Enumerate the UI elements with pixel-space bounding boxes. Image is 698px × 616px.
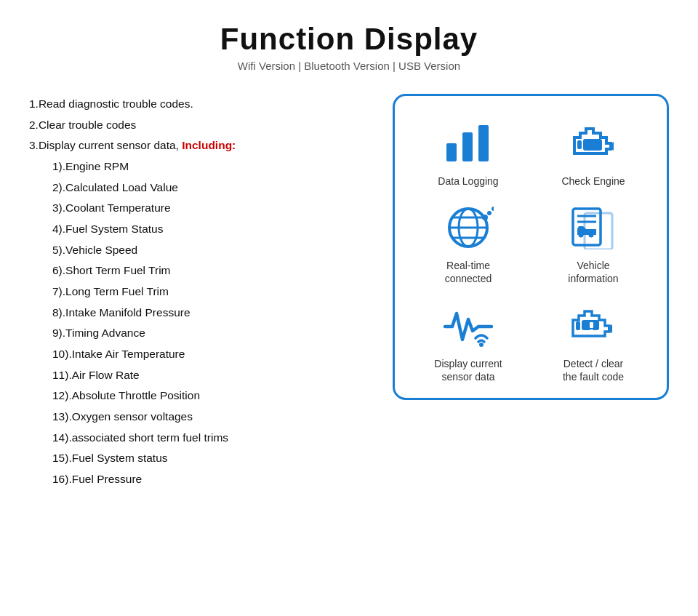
subitem-16: 16).Fuel Pressure (29, 469, 371, 490)
feature-list: 1.Read diagnostic trouble codes. 2.Clear… (29, 94, 371, 490)
subitem-7: 7).Long Term Fuel Trim (29, 281, 371, 303)
svg-point-17 (589, 233, 594, 238)
subitem-4: 4).Fuel System Status (29, 219, 371, 240)
vehicle-info-label: Vehicleinformation (568, 259, 618, 285)
subitem-13: 13).Oxygen sensor voltages (29, 407, 371, 428)
check-engine-icon (564, 118, 622, 169)
svg-rect-23 (590, 329, 593, 332)
subitem-14: 14).associated short term fuel trims (29, 428, 371, 449)
icon-grid: Data Logging Check Engine (393, 94, 669, 400)
page-title: Function Display (220, 22, 478, 57)
vehicle-info-icon (564, 202, 622, 253)
sensor-icon (439, 300, 497, 351)
page-header: Function Display Wifi Version | Bluetoot… (220, 22, 478, 72)
fault-code-label: Detect / clearthe fault code (563, 357, 624, 383)
realtime-icon (439, 202, 497, 253)
subitem-10: 10).Intake Air Temperature (29, 344, 371, 365)
svg-point-16 (579, 233, 584, 238)
realtime-label: Real-timeconnected (445, 259, 492, 285)
svg-rect-2 (478, 125, 489, 161)
check-engine-label: Check Engine (561, 175, 625, 188)
list-item-1: 1.Read diagnostic trouble codes. (29, 94, 371, 115)
svg-rect-3 (583, 139, 602, 151)
svg-point-19 (479, 343, 484, 347)
sensor-label: Display currentsensor data (434, 357, 502, 383)
card-realtime: Real-timeconnected (409, 202, 527, 285)
svg-rect-0 (446, 143, 457, 161)
card-data-logging: Data Logging (409, 118, 527, 188)
subitem-8: 8).Intake Manifold Pressure (29, 303, 371, 324)
subitem-5: 5).Vehicle Speed (29, 240, 371, 261)
subitem-1: 1).Engine RPM (29, 156, 371, 177)
fault-code-icon (564, 300, 622, 351)
list-item-3: 3.Display current sensor data, Including… (29, 135, 371, 156)
card-vehicle-info: Vehicleinformation (534, 202, 652, 285)
subitem-2: 2).Calculated Load Value (29, 177, 371, 199)
subitem-11: 11).Air Flow Rate (29, 365, 371, 386)
card-check-engine: Check Engine (534, 118, 652, 188)
card-sensor: Display currentsensor data (409, 300, 527, 383)
list-item-2: 2.Clear trouble codes (29, 115, 371, 136)
svg-rect-4 (577, 140, 582, 149)
subitem-3: 3).Coolant Temperature (29, 198, 371, 219)
data-logging-label: Data Logging (438, 175, 498, 188)
subitem-12: 12).Absolute Throttle Position (29, 385, 371, 407)
main-content: 1.Read diagnostic trouble codes. 2.Clear… (29, 94, 669, 490)
page-subtitle: Wifi Version | Bluetooth Version | USB V… (220, 60, 478, 72)
data-logging-icon (439, 118, 497, 169)
svg-point-11 (487, 211, 492, 215)
svg-rect-22 (590, 322, 593, 328)
svg-point-12 (492, 207, 494, 211)
subitem-9: 9).Timing Advance (29, 323, 371, 344)
subitem-15: 15).Fuel System status (29, 448, 371, 469)
svg-rect-21 (576, 321, 580, 330)
including-label: Including: (182, 139, 236, 151)
card-fault-code: Detect / clearthe fault code (534, 300, 652, 383)
svg-point-10 (482, 215, 488, 220)
subitem-6: 6).Short Term Fuel Trim (29, 260, 371, 281)
svg-rect-1 (462, 132, 473, 161)
